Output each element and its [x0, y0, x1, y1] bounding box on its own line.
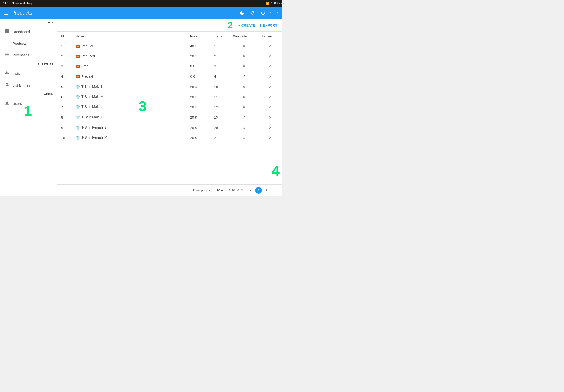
hamburger-icon[interactable]: ☰: [4, 10, 8, 16]
x-icon: ✕: [269, 44, 272, 48]
cell-wrap-after: ✕: [229, 123, 258, 133]
x-icon: ✕: [269, 75, 272, 79]
col-id: Id: [57, 31, 72, 41]
cell-name: 👕T-Shirt Female S: [72, 123, 186, 133]
status-time: 14:45: [3, 2, 10, 5]
status-bar: 14:45 Sonntag 4. Aug. ••• 📶 100 %: [0, 0, 282, 7]
cell-wrap-after: ✕: [229, 133, 258, 143]
page-1-button[interactable]: 1: [255, 187, 262, 194]
cell-wrap-after: ✓: [229, 71, 258, 82]
svg-rect-4: [5, 56, 9, 56]
cell-id: 7: [57, 102, 72, 112]
users-label: Users: [13, 102, 22, 106]
table-row[interactable]: 7👕T-Shirt Male L20 €12✕✕: [57, 102, 282, 112]
cell-pos: 13: [210, 112, 229, 123]
cell-hidden: ✕: [258, 102, 282, 112]
svg-rect-0: [5, 53, 7, 53]
cell-price: 20 €: [186, 133, 210, 143]
cell-pos: 12: [210, 102, 229, 112]
sidebar-section-pos: POS: [0, 19, 57, 25]
export-button[interactable]: ⬇ EXPORT: [259, 23, 277, 27]
col-price: Price: [186, 31, 210, 41]
status-date: Sonntag 4. Aug.: [12, 2, 32, 5]
power-icon[interactable]: [259, 9, 267, 17]
sidebar-item-list-entries[interactable]: List Entries: [0, 79, 57, 91]
sidebar-item-products[interactable]: Products: [0, 38, 57, 49]
table-header: Id Name Price ↑ Pos Wrap after Hidden: [57, 31, 282, 41]
ticket-icon: 🎫: [76, 55, 80, 58]
tshirt-icon: 👕: [76, 126, 80, 130]
sidebar-item-purchases[interactable]: Purchases: [0, 49, 57, 61]
cell-hidden: ✕: [258, 71, 282, 82]
x-icon: ✕: [269, 95, 272, 99]
create-label: + CREATE: [238, 23, 255, 27]
rows-per-page: Rows per page: 10 25 50: [193, 188, 224, 192]
sidebar-item-dashboard[interactable]: Dashboard: [0, 26, 57, 38]
table-row[interactable]: 3🎫Free0 €3✕✕: [57, 61, 282, 71]
dashboard-icon: [5, 29, 10, 35]
cell-id: 6: [57, 92, 72, 102]
cell-hidden: ✕: [258, 112, 282, 123]
col-name: Name: [72, 31, 186, 41]
cell-hidden: ✕: [258, 41, 282, 51]
cell-name: 👕T-Shirt Male L: [72, 102, 186, 112]
cell-wrap-after: ✕: [229, 92, 258, 102]
page-title: Products: [12, 10, 32, 16]
table-row[interactable]: 5👕T-Shirt Male S20 €10✕✕: [57, 82, 282, 92]
cell-hidden: ✕: [258, 82, 282, 92]
list-entries-icon: [5, 82, 10, 88]
cell-name: 👕T-Shirt Male S: [72, 82, 186, 92]
top-nav-left: ☰ Products: [4, 10, 32, 16]
table-row[interactable]: 8👕T-Shirt Male XL20 €13✓✕: [57, 112, 282, 123]
table-row[interactable]: 9👕T-Shirt Female S20 €20✕✕: [57, 123, 282, 133]
cell-pos: 3: [210, 61, 229, 71]
table-row[interactable]: 1🎫Regular40 €1✕✕: [57, 41, 282, 51]
cell-pos: 1: [210, 41, 229, 51]
cell-pos: 4: [210, 71, 229, 82]
table-row[interactable]: 4🎫Prepaid0 €4✓✕: [57, 71, 282, 82]
col-hidden: Hidden: [258, 31, 282, 41]
sidebar-item-users[interactable]: Users: [0, 98, 57, 110]
page-range-label: 1-10 of 13: [229, 189, 243, 192]
list-entries-label: List Entries: [13, 83, 30, 87]
users-icon: [5, 101, 10, 107]
cell-price: 0 €: [186, 61, 210, 71]
x-icon: ✕: [269, 64, 272, 68]
cell-name: 🎫Reduced: [72, 51, 186, 61]
cell-hidden: ✕: [258, 61, 282, 71]
create-button[interactable]: + CREATE: [238, 23, 255, 27]
cell-price: 40 €: [186, 41, 210, 51]
cell-wrap-after: ✕: [229, 82, 258, 92]
ticket-icon: 🎫: [76, 65, 80, 68]
cell-hidden: ✕: [258, 133, 282, 143]
theme-icon[interactable]: [238, 9, 246, 17]
table-row[interactable]: 6👕T-Shirt Male M20 €11✕✕: [57, 92, 282, 102]
sidebar: POS Dashboard Products Purchases GUESTLI…: [0, 19, 57, 196]
next-page-button[interactable]: ›: [271, 187, 277, 194]
rows-per-page-select[interactable]: 10 25 50: [216, 188, 224, 192]
sidebar-section-guestlist: GUESTLIST: [0, 61, 57, 67]
ticket-icon: 🎫: [76, 75, 80, 78]
x-icon: ✕: [242, 105, 246, 109]
products-table-container: Id Name Price ↑ Pos Wrap after Hidden 1🎫…: [57, 31, 282, 184]
x-icon: ✕: [269, 115, 272, 120]
tshirt-icon: 👕: [76, 115, 80, 119]
x-icon: ✕: [242, 85, 246, 89]
cell-name: 🎫Regular: [72, 41, 186, 51]
prev-page-button[interactable]: ‹: [248, 187, 254, 194]
table-row[interactable]: 10👕T-Shirt Female M20 €21✕✕: [57, 133, 282, 143]
refresh-icon[interactable]: [249, 9, 256, 17]
cell-name: 🎫Free: [72, 61, 186, 71]
annotation-2: 2: [228, 21, 233, 30]
page-nav: ‹ 1 2 ›: [248, 187, 277, 194]
cell-id: 1: [57, 41, 72, 51]
main-content: 2 + CREATE ⬇ EXPORT Id Name Price ↑ Pos …: [57, 19, 282, 196]
top-nav: ☰ Products demo: [0, 7, 282, 19]
dashboard-label: Dashboard: [13, 30, 30, 34]
sidebar-item-lists[interactable]: Lists: [0, 68, 57, 79]
cell-pos: 2: [210, 51, 229, 61]
cell-wrap-after: ✕: [229, 102, 258, 112]
products-table: Id Name Price ↑ Pos Wrap after Hidden 1🎫…: [57, 31, 282, 143]
page-2-button[interactable]: 2: [263, 187, 270, 194]
table-row[interactable]: 2🎫Reduced20 €2✕✕: [57, 51, 282, 61]
